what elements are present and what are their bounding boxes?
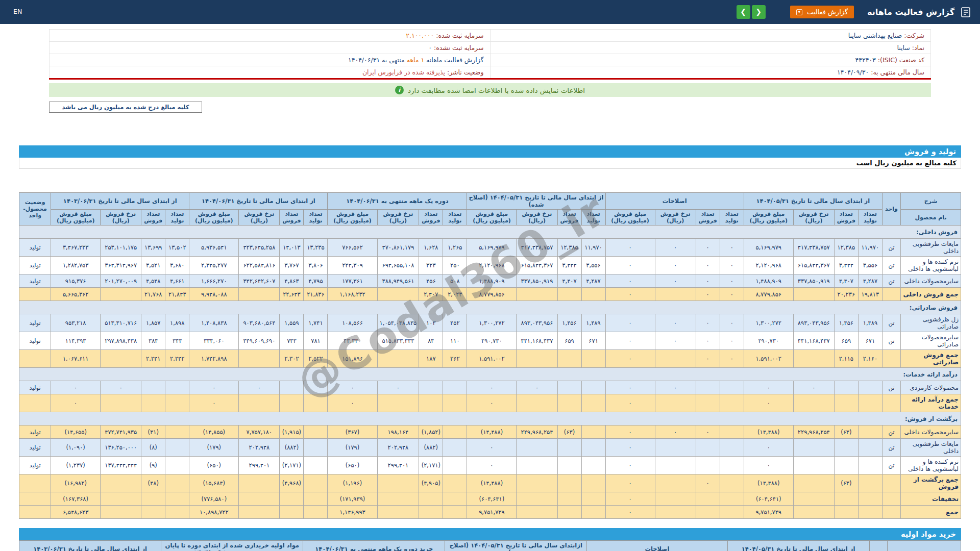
value-cell: ۴۷۲,۷۴۱,۹۳۵	[101, 425, 141, 439]
value-cell: ۴۱۷,۴۳۸,۷۵۷	[517, 239, 557, 257]
value-cell: ۰	[696, 474, 720, 492]
report-content: تولید و فروش کلیه مبالغ به میلیون ریال ا…	[19, 145, 961, 551]
value-cell: ۷۶۶,۵۶۲	[328, 239, 377, 257]
company-info-table: شرکت: صنایع بهداشتی ساینا سرمایه ثبت شده…	[49, 29, 931, 80]
value-cell: ۰	[655, 314, 696, 332]
status-cell	[19, 350, 51, 368]
value-cell: (۱,۱۹۶)	[328, 474, 377, 492]
value-cell: ۵۱۵,۸۳۳,۳۳۳	[377, 332, 419, 350]
column-subheader: نرخ فروش (ریال)	[101, 210, 141, 226]
value-cell: ۱۲,۳۸۵	[834, 239, 858, 257]
value-cell: ۲,۲۴۱	[141, 350, 165, 368]
column-subheader: مبلغ فروش (میلیون ریال)	[605, 210, 655, 226]
value-cell: (۱,۰۹۰)	[51, 439, 101, 457]
value-cell: ۲,۱۲۰,۹۶۸	[467, 257, 517, 274]
value-cell: ۲۲۹,۹۶۸,۲۵۴	[793, 425, 834, 439]
value-cell	[557, 457, 581, 474]
value-cell: ۳۸۸,۹۴۹,۵۶۱	[377, 274, 419, 288]
value-cell	[141, 394, 165, 412]
page-title: گزارش فعالیت ماهانه	[867, 7, 954, 17]
previous-report-button[interactable]: ❮	[737, 5, 750, 19]
value-cell	[581, 506, 605, 519]
value-cell	[419, 492, 443, 506]
value-cell	[581, 381, 605, 394]
value-cell: ۱,۴۰۸,۸۳۸	[189, 314, 239, 332]
value-cell	[655, 350, 696, 368]
value-cell: ۰	[605, 257, 655, 274]
table-row: جمع فروش صادراتی۲,۱۶۰۲,۱۱۵۱,۵۹۱,۰۰۲۰۰۰۱,…	[19, 350, 961, 368]
value-cell: ۱,۵۹۱,۰۰۲	[467, 350, 517, 368]
value-cell: ۱۳,۶۹۹	[141, 239, 165, 257]
product-name-cell: جمع فروش داخلی	[900, 288, 961, 301]
value-cell: ۰	[605, 474, 655, 492]
status-cell	[19, 394, 51, 412]
section-row: فروش صادراتی:	[19, 301, 961, 314]
table-row: سایرمحصولات صادراتیتن۶۷۱۶۵۹۴۴۱,۱۶۸,۴۳۷۲۹…	[19, 332, 961, 350]
value-cell	[834, 394, 858, 412]
value-cell: ۹۰۳,۶۸۰,۵۶۴	[239, 314, 280, 332]
unit-cell: تن	[882, 314, 900, 332]
raw-materials-table: شرحواحداز ابتدای سال مالی تا تاریخ ۱۴۰۴/…	[19, 540, 961, 551]
language-toggle[interactable]: EN	[13, 8, 22, 15]
value-cell	[280, 394, 304, 412]
value-cell: ۷۸۱	[304, 332, 328, 350]
value-cell	[581, 425, 605, 439]
value-cell: (۱۴,۴۸۸)	[467, 474, 517, 492]
report-type-button[interactable]: گزارش فعالیت ▾	[790, 6, 854, 18]
status-cell: تولید	[19, 425, 51, 439]
value-cell: ۱۷۷,۳۶۱	[328, 274, 377, 288]
signed-info-notice: اطلاعات نمایش داده شده با اطلاعات امضا ش…	[49, 83, 931, 97]
column-group-header: از ابتدای سال مالی تا تاریخ ۱۴۰۴/۰۶/۳۱	[189, 193, 328, 210]
value-cell: ۳,۴۶۷,۲۳۳	[51, 239, 101, 257]
value-cell: ۰	[793, 381, 834, 394]
value-cell: ۱۳,۲۳۵	[304, 239, 328, 257]
value-cell	[557, 350, 581, 368]
symbol-link[interactable]: ساینا	[897, 44, 910, 52]
value-cell	[858, 394, 882, 412]
value-cell: (۶۳)	[834, 425, 858, 439]
value-cell: ۰	[605, 288, 655, 301]
value-cell: ۸,۷۷۹,۸۵۶	[744, 288, 793, 301]
value-cell: ۰	[744, 439, 793, 457]
column-subheader: مبلغ فروش (میلیون ریال)	[467, 210, 517, 226]
value-cell	[858, 425, 882, 439]
value-cell: ۱,۷۴۲,۸۹۸	[189, 350, 239, 368]
value-cell	[720, 425, 744, 439]
value-cell	[101, 506, 141, 519]
value-cell	[517, 506, 557, 519]
value-cell: ۹,۷۵۱,۷۲۹	[467, 506, 517, 519]
value-cell: ۳۴۲,۶۴۲,۶۰۷	[239, 274, 280, 288]
value-cell: ۱,۰۶۷,۶۱۱	[51, 350, 101, 368]
value-cell	[141, 506, 165, 519]
value-cell	[280, 381, 304, 394]
value-cell: ۰	[517, 381, 557, 394]
issuer-status-cell: وضعیت ناشر: پذیرفته شده در فرابورس ایران	[50, 66, 491, 79]
value-cell: ۰	[605, 350, 655, 368]
value-cell: ۱۸۷	[419, 350, 443, 368]
value-cell	[834, 381, 858, 394]
status-cell	[19, 474, 51, 492]
next-report-button[interactable]: ❯	[752, 5, 766, 19]
chevron-down-icon: ▾	[796, 9, 802, 15]
column-subheader: تعداد فروش	[280, 210, 304, 226]
value-cell: ۰	[720, 332, 744, 350]
value-cell: ۶۱۵,۸۴۴,۳۶۷	[793, 257, 834, 274]
column-subheader: مبلغ فروش (میلیون ریال)	[328, 210, 377, 226]
value-cell: ۰	[605, 314, 655, 332]
value-cell: (۶۳)	[557, 425, 581, 439]
value-cell: ۰	[720, 350, 744, 368]
value-cell	[304, 506, 328, 519]
value-cell	[443, 439, 467, 457]
status-cell: تولید	[19, 314, 51, 332]
report-period-suffix: منتهی به ۱۴۰۴/۰۶/۳۱	[348, 56, 405, 64]
value-cell: ۱,۱۶۸,۲۳۲	[328, 288, 377, 301]
isic-code-cell: کد صنعت (ISIC): ۴۴۲۴۰۳	[490, 54, 931, 66]
value-cell: ۵۱۳,۳۱۰,۷۱۶	[101, 314, 141, 332]
product-name-cell: جمع برگشت از فروش	[900, 474, 961, 492]
value-cell: ۲۵۳,۱۰۱,۱۷۵	[101, 239, 141, 257]
value-cell: ۴۲۳,۶۴۵,۲۵۸	[239, 239, 280, 257]
value-cell: ۶۷۱	[581, 332, 605, 350]
value-cell: ۰	[696, 274, 720, 288]
value-cell: ۰	[239, 381, 280, 394]
company-name-link[interactable]: صنایع بهداشتی ساینا	[848, 32, 902, 39]
